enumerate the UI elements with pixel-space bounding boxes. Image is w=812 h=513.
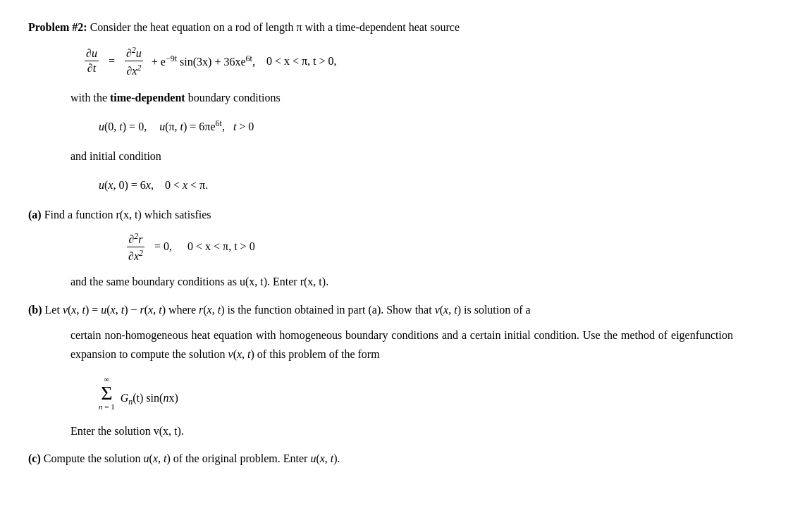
sum-term: Gn(t) sin(nx) [121, 392, 178, 410]
boundary-intro: with the time-dependent boundary conditi… [70, 89, 770, 107]
d2u-denominator: ∂x2 [125, 61, 142, 77]
part-a-label: (a) [28, 209, 42, 221]
sigma-bottom: n = 1 [99, 403, 115, 411]
pde-rhs: + e−9t sin(3x) + 36xe6t, [149, 54, 261, 68]
sigma-symbol: ∞ Σ n = 1 [99, 376, 115, 411]
part-b-continued: certain non-homogeneous heat equation wi… [70, 326, 733, 364]
sum-expression-block: ∞ Σ n = 1 Gn(t) sin(nx) [99, 376, 770, 411]
du-numerator: ∂u [85, 47, 99, 61]
part-a-equation: ∂2r ∂x2 = 0, 0 < x < π, t > 0 [127, 230, 770, 263]
d2u-dx2-fraction: ∂2u ∂x2 [125, 45, 143, 78]
part-b-block: (b) Let v(x, t) = u(x, t) − r(x, t) wher… [28, 301, 770, 319]
part-a-condition: 0 < x < π, t > 0 [187, 240, 255, 253]
part-a-bc-text: and the same boundary conditions as u(x,… [70, 273, 770, 291]
part-c-text: Compute the solution u(x, t) of the orig… [41, 452, 340, 464]
initial-condition: u(x, 0) = 6x, 0 < x < π. [99, 175, 770, 196]
main-pde-equation: ∂u ∂t = ∂2u ∂x2 + e−9t sin(3x) + 36xe6t,… [85, 45, 770, 78]
boundary-bold-text: time-dependent [110, 92, 185, 104]
problem-container: Problem #2: Consider the heat equation o… [28, 21, 770, 468]
part-a-text: Find a function r(x, t) which satisfies [42, 209, 211, 221]
enter-v-text: Enter the solution v(x, t). [70, 425, 184, 437]
enter-v-block: Enter the solution v(x, t). [70, 422, 770, 440]
pde-condition: 0 < x < π, t > 0, [266, 55, 337, 68]
sigma-glyph: Σ [101, 383, 112, 403]
boundary-text-2: boundary conditions [185, 92, 281, 104]
du-dt-fraction: ∂u ∂t [85, 47, 99, 75]
problem-title-text: Consider the heat equation on a rod of l… [87, 21, 460, 33]
part-b-label: (b) [28, 304, 42, 316]
d2r-denominator: ∂x2 [127, 247, 144, 263]
bc-right: u(π, t) = 6πe6t, t > 0 [159, 116, 254, 137]
d2r-numerator: ∂2r [127, 230, 144, 247]
du-denominator: ∂t [86, 61, 97, 75]
part-c-label: (c) [28, 452, 41, 464]
part-c-block: (c) Compute the solution u(x, t) of the … [28, 450, 770, 468]
ic-intro: and initial condition [70, 147, 770, 166]
part-b-text: Let v(x, t) = u(x, t) − r(x, t) where r(… [42, 304, 531, 316]
ic-equation: u(x, 0) = 6x, 0 < x < π. [99, 175, 208, 196]
ic-intro-text: and initial condition [70, 150, 161, 162]
d2r-dx2-fraction: ∂2r ∂x2 [127, 230, 144, 263]
problem-title-bold: Problem #2: [28, 21, 87, 33]
problem-title: Problem #2: Consider the heat equation o… [28, 21, 770, 34]
d2u-numerator: ∂2u [125, 45, 143, 61]
bc-left: u(0, t) = 0, [99, 117, 155, 137]
boundary-conditions: u(0, t) = 0, u(π, t) = 6πe6t, t > 0 [99, 116, 770, 137]
boundary-text-1: with the [70, 92, 110, 104]
equals-sign-1: = [104, 55, 119, 68]
part-a-block: (a) Find a function r(x, t) which satisf… [28, 206, 770, 224]
equals-sign-2: = 0, [150, 240, 182, 253]
part-a-bc-label: and the same boundary conditions as u(x,… [70, 276, 328, 288]
